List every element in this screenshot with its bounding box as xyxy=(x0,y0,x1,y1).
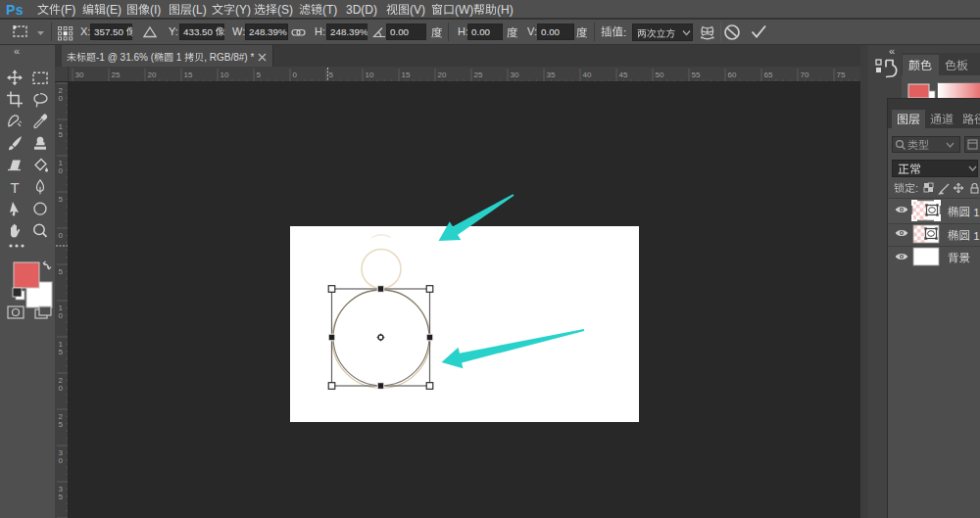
svg-text:0: 0 xyxy=(293,71,298,79)
svg-text:0: 0 xyxy=(59,231,64,240)
svg-text:10: 10 xyxy=(366,71,374,79)
svg-text:248.39%: 248.39% xyxy=(330,26,368,37)
svg-text:V:: V: xyxy=(527,25,537,37)
svg-text:0.00: 0.00 xyxy=(471,26,491,37)
svg-text:(Y): (Y) xyxy=(235,3,251,17)
svg-text:0: 0 xyxy=(59,384,64,393)
svg-text:30: 30 xyxy=(511,71,519,79)
svg-text:«: « xyxy=(889,45,895,57)
svg-text:1: 1 xyxy=(173,52,184,63)
svg-text::: : xyxy=(915,182,918,194)
svg-text::: : xyxy=(623,25,626,37)
svg-text:(S): (S) xyxy=(277,3,293,17)
svg-text:5: 5 xyxy=(59,195,64,204)
svg-text:H:: H: xyxy=(315,25,325,37)
svg-text:5: 5 xyxy=(59,130,64,139)
svg-text:(I): (I) xyxy=(150,3,161,17)
svg-text:75: 75 xyxy=(837,71,846,79)
svg-text:(H): (H) xyxy=(497,3,514,17)
svg-text:(V): (V) xyxy=(410,3,425,17)
svg-text:0: 0 xyxy=(59,166,64,175)
svg-text:20: 20 xyxy=(148,71,157,79)
svg-text:30: 30 xyxy=(75,71,84,79)
svg-text:T: T xyxy=(10,179,19,196)
svg-text:15: 15 xyxy=(184,71,193,79)
svg-text:35: 35 xyxy=(547,71,556,79)
svg-text:65: 65 xyxy=(764,71,773,79)
svg-text:70: 70 xyxy=(801,71,809,79)
svg-text:5: 5 xyxy=(59,267,64,276)
svg-text:(T): (T) xyxy=(322,3,337,17)
svg-text:(F): (F) xyxy=(61,3,75,17)
svg-text:0: 0 xyxy=(59,311,64,320)
svg-text:«: « xyxy=(14,45,20,57)
svg-text:5: 5 xyxy=(59,420,64,429)
svg-text:3D(D): 3D(D) xyxy=(346,3,377,17)
svg-text:50: 50 xyxy=(656,71,664,79)
svg-text:5: 5 xyxy=(59,348,64,356)
svg-text:357.50: 357.50 xyxy=(94,26,126,37)
svg-text:20: 20 xyxy=(438,71,447,79)
svg-text:248.39%: 248.39% xyxy=(249,26,287,37)
svg-text:25: 25 xyxy=(474,71,483,79)
svg-text:-1 @ 31.6% (: -1 @ 31.6% ( xyxy=(96,52,155,63)
svg-text:0: 0 xyxy=(59,456,64,465)
svg-text:55: 55 xyxy=(692,71,701,79)
svg-text:(E): (E) xyxy=(106,3,122,17)
svg-text:10: 10 xyxy=(220,71,229,79)
svg-text:0: 0 xyxy=(59,94,64,103)
svg-text:5: 5 xyxy=(59,493,64,501)
svg-text:0.00: 0.00 xyxy=(390,26,410,37)
svg-text:15: 15 xyxy=(402,71,411,79)
svg-text:0.00: 0.00 xyxy=(541,26,561,37)
svg-text:Y:: Y: xyxy=(169,25,178,37)
svg-text:25: 25 xyxy=(112,71,121,79)
svg-text:433.50: 433.50 xyxy=(183,26,216,37)
svg-text:1: 1 xyxy=(970,229,980,241)
svg-text:X:: X: xyxy=(80,25,90,37)
svg-text:(L): (L) xyxy=(192,3,207,17)
svg-text:40: 40 xyxy=(583,71,592,79)
svg-text:(W): (W) xyxy=(455,3,473,17)
svg-text:, RGB/8#) *: , RGB/8#) * xyxy=(204,52,254,63)
svg-text:5: 5 xyxy=(329,71,334,79)
svg-text:60: 60 xyxy=(728,71,737,79)
svg-text:45: 45 xyxy=(619,71,628,79)
svg-text:5: 5 xyxy=(257,71,262,79)
svg-text:W:: W: xyxy=(232,25,245,37)
svg-text:1: 1 xyxy=(970,206,980,217)
